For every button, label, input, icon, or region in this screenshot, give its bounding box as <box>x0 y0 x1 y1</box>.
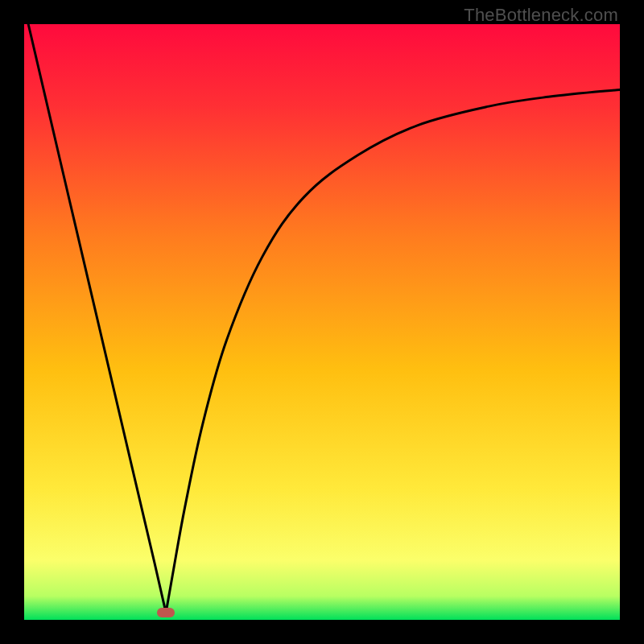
bottleneck-chart <box>24 24 620 620</box>
chart-frame <box>24 24 620 620</box>
optimum-marker <box>157 608 175 617</box>
gradient-background <box>24 24 620 620</box>
watermark-text: TheBottleneck.com <box>464 5 618 26</box>
